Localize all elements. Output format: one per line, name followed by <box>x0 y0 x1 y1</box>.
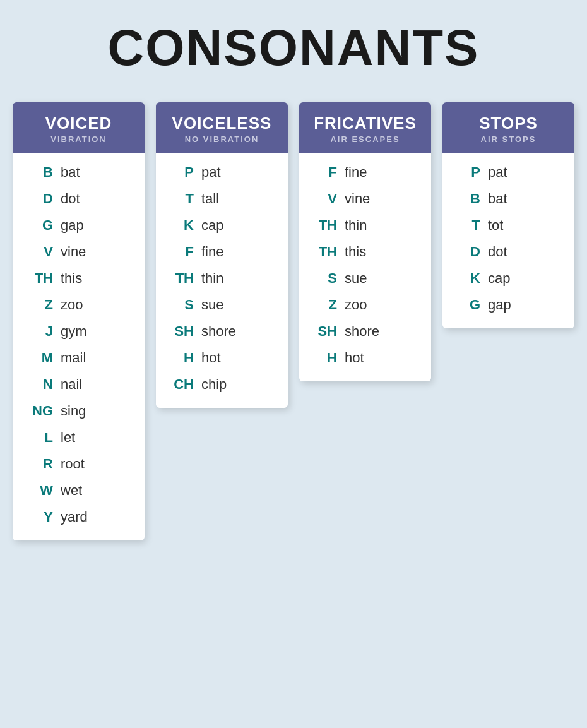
column-sub-label-stops: AIR STOPS <box>449 134 568 144</box>
consonant-row: Rroot <box>21 456 136 472</box>
consonant-word: cap <box>488 270 510 287</box>
consonant-key: TH <box>308 217 337 234</box>
consonant-word: pat <box>488 164 507 181</box>
consonant-row: Kcap <box>451 270 566 287</box>
consonant-key: P <box>165 164 194 181</box>
consonant-row: Ppat <box>165 164 279 181</box>
column-fricatives: FRICATIVESAIR ESCAPESFfineVvineTHthinTHt… <box>299 102 431 381</box>
consonant-row: CHchip <box>165 376 279 393</box>
consonant-word: bat <box>61 164 80 181</box>
consonant-row: Vvine <box>21 244 136 260</box>
consonant-word: shore <box>201 323 236 340</box>
consonant-row: Wwet <box>21 482 136 499</box>
consonant-word: root <box>61 456 85 472</box>
consonant-key: G <box>21 217 53 234</box>
consonant-row: Llet <box>21 429 136 446</box>
column-main-label-fricatives: FRICATIVES <box>305 114 425 133</box>
consonant-word: thin <box>345 217 367 234</box>
consonant-row: Ssue <box>308 270 422 287</box>
consonant-row: Ffine <box>308 164 422 181</box>
consonant-word: this <box>61 270 82 287</box>
consonant-key: K <box>451 270 480 287</box>
column-main-label-voiced: VOICED <box>19 114 138 133</box>
consonant-word: gap <box>488 297 511 313</box>
consonant-row: Ggap <box>451 297 566 313</box>
consonant-row: SHshore <box>165 323 279 340</box>
consonant-row: Ttall <box>165 191 279 207</box>
column-voiced: VOICEDVIBRATIONBbatDdotGgapVvineTHthisZz… <box>13 102 145 540</box>
consonant-key: CH <box>165 376 194 393</box>
consonant-key: TH <box>165 270 194 287</box>
consonant-word: wet <box>61 482 82 499</box>
consonant-row: SHshore <box>308 323 422 340</box>
consonant-word: hot <box>201 350 221 366</box>
consonant-key: N <box>21 376 53 393</box>
consonant-word: zoo <box>61 297 83 313</box>
consonant-word: tot <box>488 217 503 234</box>
consonant-key: K <box>165 217 194 234</box>
consonant-word: bat <box>488 191 507 207</box>
consonant-key: NG <box>21 403 53 419</box>
consonant-key: TH <box>21 270 53 287</box>
consonant-key: F <box>165 244 194 260</box>
column-header-fricatives: FRICATIVESAIR ESCAPES <box>299 102 431 153</box>
consonant-key: T <box>165 191 194 207</box>
consonant-row: THthis <box>308 244 422 260</box>
consonant-row: THthin <box>308 217 422 234</box>
column-stops: STOPSAIR STOPSPpatBbatTtotDdotKcapGgap <box>442 102 574 328</box>
consonant-word: thin <box>201 270 223 287</box>
consonant-row: NGsing <box>21 403 136 419</box>
consonant-word: yard <box>61 509 88 525</box>
consonant-word: shore <box>345 323 379 340</box>
consonant-word: gap <box>61 217 84 234</box>
consonant-row: THthis <box>21 270 136 287</box>
consonant-key: D <box>21 191 53 207</box>
consonant-row: Zzoo <box>308 297 422 313</box>
columns-wrapper: VOICEDVIBRATIONBbatDdotGgapVvineTHthisZz… <box>13 102 574 540</box>
consonant-row: Ssue <box>165 297 279 313</box>
consonant-row: Ddot <box>451 244 566 260</box>
consonant-word: tall <box>201 191 219 207</box>
column-main-label-stops: STOPS <box>449 114 568 133</box>
consonant-word: zoo <box>345 297 367 313</box>
consonant-row: Bbat <box>451 191 566 207</box>
consonant-word: mail <box>61 350 86 366</box>
consonant-word: this <box>345 244 366 260</box>
consonant-key: D <box>451 244 480 260</box>
consonant-word: hot <box>345 350 364 366</box>
consonant-key: V <box>308 191 337 207</box>
consonant-word: pat <box>201 164 221 181</box>
consonant-key: Y <box>21 509 53 525</box>
column-main-label-voiceless: VOICELESS <box>162 114 282 133</box>
consonant-word: cap <box>201 217 223 234</box>
consonant-word: nail <box>61 376 82 393</box>
consonant-key: W <box>21 482 53 499</box>
consonant-row: Zzoo <box>21 297 136 313</box>
consonant-row: Ppat <box>451 164 566 181</box>
consonant-key: M <box>21 350 53 366</box>
consonant-key: SH <box>165 323 194 340</box>
consonant-key: F <box>308 164 337 181</box>
consonant-row: Ffine <box>165 244 279 260</box>
consonant-row: Vvine <box>308 191 422 207</box>
consonant-key: H <box>165 350 194 366</box>
column-sub-label-voiced: VIBRATION <box>19 134 138 144</box>
consonant-key: Z <box>308 297 337 313</box>
column-body-voiced: BbatDdotGgapVvineTHthisZzooJgymMmailNnai… <box>13 153 145 540</box>
consonant-row: Bbat <box>21 164 136 181</box>
consonant-word: fine <box>201 244 223 260</box>
consonant-row: Kcap <box>165 217 279 234</box>
column-sub-label-voiceless: NO VIBRATION <box>162 134 282 144</box>
consonant-word: dot <box>61 191 80 207</box>
consonant-word: chip <box>201 376 227 393</box>
consonant-word: gym <box>61 323 87 340</box>
consonant-row: Jgym <box>21 323 136 340</box>
consonant-word: vine <box>345 191 370 207</box>
column-voiceless: VOICELESSNO VIBRATIONPpatTtallKcapFfineT… <box>156 102 288 408</box>
consonant-row: Hhot <box>308 350 422 366</box>
consonant-key: S <box>165 297 194 313</box>
consonant-word: sue <box>201 297 223 313</box>
consonant-row: Mmail <box>21 350 136 366</box>
consonant-row: Nnail <box>21 376 136 393</box>
consonant-key: V <box>21 244 53 260</box>
